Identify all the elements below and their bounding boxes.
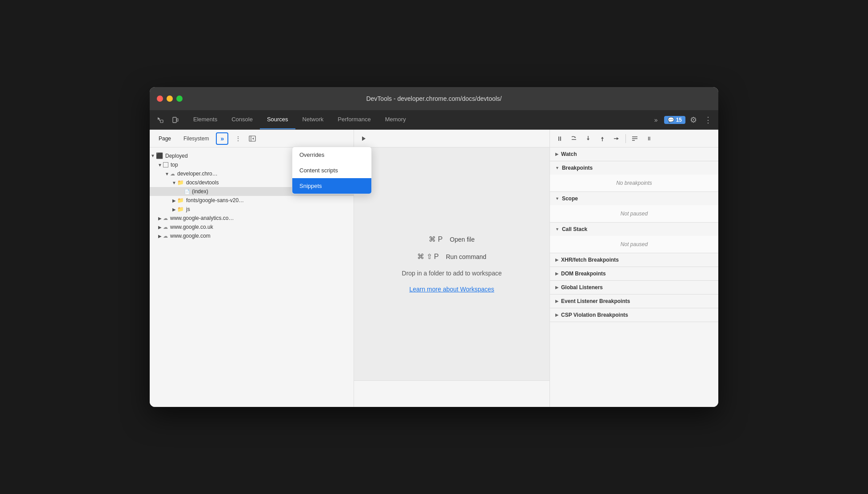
section-breakpoints-header[interactable]: ▼ Breakpoints bbox=[550, 161, 718, 175]
svg-marker-5 bbox=[362, 136, 366, 141]
folder-icon: 📁 bbox=[177, 197, 184, 203]
tree-item-google-uk[interactable]: ▶ ☁ www.google.co.uk bbox=[150, 223, 354, 231]
tab-elements[interactable]: Elements bbox=[186, 110, 224, 129]
tab-sources[interactable]: Sources bbox=[260, 110, 295, 129]
square-icon bbox=[163, 162, 168, 167]
tab-performance[interactable]: Performance bbox=[330, 110, 378, 129]
section-dom-breakpoints-header[interactable]: ▶ DOM Breakpoints bbox=[550, 267, 718, 280]
minimize-button[interactable] bbox=[167, 96, 173, 102]
debugger-separator bbox=[625, 134, 626, 143]
tab-memory[interactable]: Memory bbox=[378, 110, 413, 129]
section-event-listener-breakpoints-header[interactable]: ▶ Event Listener Breakpoints bbox=[550, 295, 718, 308]
box-icon: ⬛ bbox=[156, 152, 163, 159]
step-over-button[interactable] bbox=[568, 132, 580, 145]
dom-breakpoints-label: DOM Breakpoints bbox=[561, 271, 606, 277]
window-title: DevTools - developer.chrome.com/docs/dev… bbox=[366, 95, 502, 102]
svg-rect-2 bbox=[177, 119, 178, 121]
traffic-lights bbox=[157, 96, 183, 102]
watch-arrow: ▶ bbox=[555, 152, 558, 156]
section-watch-header[interactable]: ▶ Watch bbox=[550, 147, 718, 161]
maximize-button[interactable] bbox=[176, 96, 183, 102]
section-csp-violation-header[interactable]: ▶ CSP Violation Breakpoints bbox=[550, 308, 718, 322]
event-listener-arrow: ▶ bbox=[555, 299, 558, 303]
folder-icon: 📁 bbox=[177, 206, 184, 212]
step-out-button[interactable] bbox=[596, 132, 609, 145]
inspect-element-button[interactable] bbox=[153, 113, 167, 127]
scope-arrow: ▼ bbox=[555, 196, 559, 201]
tree-item-google-com[interactable]: ▶ ☁ www.google.com bbox=[150, 231, 354, 240]
pause-exceptions-button[interactable]: ⏸ bbox=[643, 132, 655, 145]
xhr-fetch-arrow: ▶ bbox=[555, 258, 558, 262]
shortcut-key-run: ⌘ ⇧ P bbox=[417, 252, 439, 261]
section-scope: ▼ Scope Not paused bbox=[550, 192, 718, 223]
csp-violation-label: CSP Violation Breakpoints bbox=[561, 312, 628, 318]
main-content: Page Filesystem » ⋮ bbox=[150, 130, 718, 407]
settings-button[interactable]: ⚙ bbox=[687, 113, 700, 127]
shortcut-label-run: Run command bbox=[446, 253, 486, 260]
pause-resume-button[interactable]: ⏸ bbox=[553, 132, 566, 145]
step-button[interactable] bbox=[610, 132, 623, 145]
cloud-icon: ☁ bbox=[163, 215, 168, 221]
section-scope-header[interactable]: ▼ Scope bbox=[550, 192, 718, 205]
tree-item-fonts[interactable]: ▶ 📁 fonts/google-sans-v20… bbox=[150, 196, 354, 205]
section-watch: ▶ Watch bbox=[550, 147, 718, 161]
tree-arrow: ▶ bbox=[171, 207, 177, 212]
tree-arrow: ▼ bbox=[171, 180, 177, 185]
more-sub-tabs-button[interactable]: » bbox=[216, 132, 228, 145]
section-global-listeners: ▶ Global Listeners bbox=[550, 281, 718, 295]
tree-item-google-analytics[interactable]: ▶ ☁ www.google-analytics.co… bbox=[150, 214, 354, 223]
csp-violation-arrow: ▶ bbox=[555, 313, 558, 317]
scope-content: Not paused bbox=[550, 205, 718, 222]
breakpoints-content: No breakpoints bbox=[550, 175, 718, 191]
section-xhr-fetch: ▶ XHR/fetch Breakpoints bbox=[550, 253, 718, 267]
event-listener-label: Event Listener Breakpoints bbox=[561, 298, 630, 304]
sub-tab-page[interactable]: Page bbox=[153, 134, 176, 143]
title-bar: DevTools - developer.chrome.com/docs/dev… bbox=[150, 87, 718, 110]
call-stack-label: Call Stack bbox=[562, 226, 587, 232]
tab-console[interactable]: Console bbox=[224, 110, 260, 129]
tab-network[interactable]: Network bbox=[295, 110, 331, 129]
tree-arrow: ▼ bbox=[164, 171, 170, 176]
resume-button[interactable] bbox=[358, 132, 370, 145]
deactivate-breakpoints-button[interactable] bbox=[629, 132, 641, 145]
tab-bar-left-icons bbox=[153, 110, 183, 129]
section-call-stack-header[interactable]: ▼ Call Stack bbox=[550, 223, 718, 236]
dropdown-overrides[interactable]: Overrides bbox=[292, 147, 371, 163]
workspace-learn-more-link[interactable]: Learn more about Workspaces bbox=[409, 286, 494, 293]
center-panel: ⌘ P Open file ⌘ ⇧ P Run command Drop in … bbox=[354, 130, 549, 407]
toggle-left-panel-button[interactable] bbox=[246, 132, 259, 145]
more-options-button[interactable]: ⋮ bbox=[701, 113, 715, 127]
more-tabs-button[interactable]: » bbox=[650, 114, 662, 126]
three-dots-button[interactable]: ⋮ bbox=[232, 132, 244, 145]
dropdown-menu: Overrides Content scripts Snippets bbox=[292, 147, 372, 194]
breakpoints-label: Breakpoints bbox=[562, 165, 593, 171]
section-global-listeners-header[interactable]: ▶ Global Listeners bbox=[550, 281, 718, 294]
notification-badge[interactable]: 💬 15 bbox=[664, 116, 685, 124]
dom-breakpoints-arrow: ▶ bbox=[555, 271, 558, 276]
dropdown-content-scripts[interactable]: Content scripts bbox=[292, 163, 371, 178]
folder-icon: 📁 bbox=[177, 179, 184, 186]
tree-arrow: ▶ bbox=[157, 234, 163, 239]
shortcut-open-file: ⌘ P Open file bbox=[429, 235, 474, 243]
right-panel: ⏸ bbox=[549, 130, 718, 407]
step-into-button[interactable] bbox=[582, 132, 594, 145]
tree-arrow: ▶ bbox=[157, 216, 163, 221]
left-panel: Page Filesystem » ⋮ bbox=[150, 130, 354, 407]
sub-tab-actions: ⋮ bbox=[232, 132, 259, 145]
watch-label: Watch bbox=[561, 151, 577, 157]
tree-arrow: ▶ bbox=[157, 225, 163, 230]
section-xhr-fetch-header[interactable]: ▶ XHR/fetch Breakpoints bbox=[550, 253, 718, 267]
tree-arrow: ▶ bbox=[171, 198, 177, 203]
cloud-icon: ☁ bbox=[163, 233, 168, 239]
sub-tab-filesystem[interactable]: Filesystem bbox=[178, 134, 214, 143]
dropdown-snippets[interactable]: Snippets bbox=[292, 178, 371, 194]
call-stack-content: Not paused bbox=[550, 236, 718, 253]
devtools-window: DevTools - developer.chrome.com/docs/dev… bbox=[150, 87, 718, 407]
tree-item-js[interactable]: ▶ 📁 js bbox=[150, 205, 354, 214]
cloud-icon: ☁ bbox=[163, 224, 168, 230]
device-toolbar-button[interactable] bbox=[168, 113, 183, 127]
tab-list: Elements Console Sources Network Perform… bbox=[186, 110, 650, 129]
close-button[interactable] bbox=[157, 96, 163, 102]
sub-tab-bar: Page Filesystem » ⋮ bbox=[150, 130, 354, 147]
tab-bar-right: » 💬 15 ⚙ ⋮ bbox=[650, 110, 715, 129]
